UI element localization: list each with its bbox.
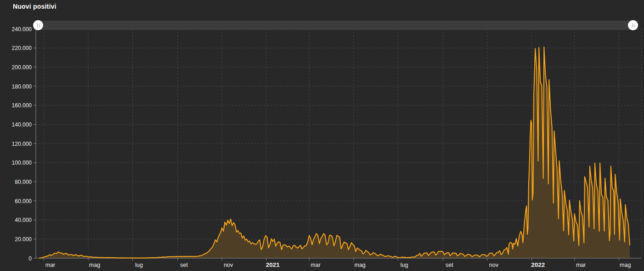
x-tick-label: mar — [311, 262, 321, 268]
chart-panel: Nuovi positivi 020.00040.00060.00080.000… — [0, 0, 644, 271]
x-tick-label: mar — [576, 262, 586, 268]
y-tick-label: 160.000 — [12, 102, 32, 109]
x-tick-label: lug — [135, 262, 143, 268]
x-tick-label: lug — [401, 262, 408, 268]
x-tick-label: set — [180, 262, 188, 268]
grip-icon — [37, 23, 40, 28]
y-tick-label: 180.000 — [12, 83, 32, 90]
x-tick-label: set — [446, 262, 453, 268]
y-tick-label: 20.000 — [15, 236, 32, 243]
y-tick-label: 200.000 — [12, 64, 32, 71]
y-tick-label: 120.000 — [12, 141, 32, 147]
y-tick-label: 220.000 — [12, 45, 32, 51]
x-tick-label: 2022 — [531, 261, 545, 268]
series-area-fill — [40, 47, 630, 258]
y-tick-label: 80.000 — [15, 179, 32, 185]
grip-icon — [632, 23, 634, 28]
y-tick-label: 60.000 — [15, 198, 32, 205]
range-slider-right-handle[interactable] — [628, 20, 638, 30]
y-tick-label: 100.000 — [12, 160, 32, 166]
x-tick-label: nov — [489, 262, 499, 268]
y-tick-label: 0 — [28, 255, 32, 262]
x-tick-label: mag — [89, 262, 100, 268]
x-tick-label: mag — [354, 262, 365, 268]
range-slider-left-handle[interactable] — [33, 20, 43, 30]
area-chart-canvas[interactable]: 020.00040.00060.00080.000100.000120.0001… — [0, 0, 644, 271]
x-tick-label: 2021 — [266, 261, 280, 268]
y-tick-label: 140.000 — [12, 122, 32, 128]
x-tick-label: mar — [45, 262, 56, 268]
x-tick-label: mag — [620, 262, 631, 268]
y-tick-label: 240.000 — [12, 26, 32, 33]
y-tick-label: 40.000 — [15, 217, 32, 223]
x-tick-label: nov — [224, 262, 233, 268]
